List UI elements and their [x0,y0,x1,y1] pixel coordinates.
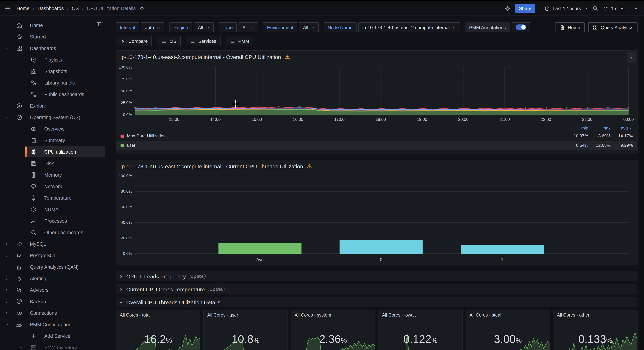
cpu-icon [30,148,37,155]
legend-sort-max[interactable]: max [588,126,610,130]
sidebar-item-cpu-utilization[interactable]: CPU utilization [0,146,108,158]
sidebar-collapse-button[interactable] [96,21,102,28]
sidebar-item-query-analytics-qan[interactable]: Query Analytics (QAN) [0,261,108,273]
row-cpu-threads-frequency[interactable]: CPU Threads Frequency (1 panel) [116,271,638,281]
sidebar-item-processes[interactable]: Processes [0,215,108,226]
sidebar-item-network[interactable]: Network [0,180,108,192]
sidebar-item-explore[interactable]: Explore [0,100,108,112]
chevron-down-icon [311,26,314,30]
os-button[interactable]: OS [157,36,181,46]
svg-text:0.0%: 0.0% [123,112,132,117]
divider [628,5,629,12]
sidebar-item-pmm-inventory[interactable]: PMM Inventory [0,342,108,350]
refresh-button[interactable]: 1m [603,6,624,11]
filter-node-name-value[interactable]: ip-10-178-1-40.us-east-2.compute.interna… [358,22,460,32]
dashboard-rows: CPU Threads Frequency (1 panel) Current … [116,271,638,307]
sidebar-item-label: Advisors [30,287,48,293]
sidebar-item-playlists[interactable]: Playlists [0,54,108,66]
sidebar-item-label: Network [44,184,62,189]
sidebar-item-postgresql[interactable]: PostgreSQL [0,250,108,261]
collapse-topbar-button[interactable] [633,6,639,11]
filter-environment-value[interactable]: All [299,22,318,32]
eye-icon [30,125,37,132]
pmm-button[interactable]: PMM [226,36,254,46]
filter-type-value[interactable]: All [238,22,258,32]
sidebar-item-snapshots[interactable]: Snapshots [0,66,108,77]
favorite-star-button[interactable] [139,6,145,11]
svg-text:25.0%: 25.0% [121,100,132,105]
breadcrumb-item-dashboards[interactable]: Dashboards [38,6,64,11]
legend-label[interactable]: Max Core Utilization [127,134,566,138]
svg-text:80.0%: 80.0% [121,189,132,194]
time-range-picker[interactable]: Last 12 hours [544,6,588,11]
breadcrumb-item-os[interactable]: OS [72,6,79,11]
sidebar-item-other-dashboards[interactable]: Other dashboards [0,226,108,238]
panel-header: ip-10-178-1-40.us-east-2.compute.interna… [116,51,637,63]
sidebar-item-summary[interactable]: Summary [0,134,108,146]
sidebar-item-pmm-configuration[interactable]: PMM Configuration [0,319,108,330]
share-button[interactable]: Share [515,4,535,13]
panel-title[interactable]: ip-10-178-1-40.us-east-2.compute.interna… [120,163,303,169]
services-button[interactable]: Services [186,36,221,46]
sidebar-item-label: Query Analytics (QAN) [30,264,79,270]
breadcrumb-item-cpu-utilization-details: CPU Utilization Details [87,6,136,11]
globe-icon [30,183,37,190]
legend-label[interactable]: user [127,143,566,148]
sidebar-item-backup[interactable]: Backup [0,296,108,307]
svg-text:60.0%: 60.0% [121,205,132,209]
server-icon [30,344,37,350]
chevron-down-icon [4,322,9,327]
chevron-right-icon [4,310,9,315]
sidebar-item-disk[interactable]: Disk [0,158,108,169]
star-icon [16,33,23,40]
hamburger-menu-button[interactable] [4,5,12,12]
sidebar-item-label: PostgreSQL [30,253,56,258]
filter-region-label: Region [170,22,192,32]
row-overall-cpu-threads-utilization-details[interactable]: Overall CPU Threads Utilization Details [116,297,638,307]
sidebar-item-operating-system-os[interactable]: Operating System (OS) [0,112,108,123]
sidebar-item-overview[interactable]: Overview [0,123,108,134]
stat-value: 10.8% [204,333,288,346]
home-link-button[interactable]: Home [555,22,584,32]
stat-title: All Cores - iowait [382,312,416,318]
sidebar-item-temperature[interactable]: Temperature [0,192,108,204]
filter-interval-value[interactable]: auto [141,22,164,32]
compare-button[interactable]: Compare [116,36,152,46]
sidebar-item-library-panels[interactable]: Library panels [0,77,108,88]
sidebar-item-connections[interactable]: Connections [0,307,108,319]
scrollbar-track[interactable] [640,16,644,350]
legend-sort-avg[interactable]: avg [610,126,633,130]
sidebar-item-mysql[interactable]: MySQL [0,238,108,250]
panel-menu-button[interactable] [627,52,636,62]
threads-bar-chart[interactable]: 0.0%20.0%40.0%60.0%80.0%100.0%Avg01 [116,172,637,265]
sidebar-item-label: CPU utilization [44,149,76,154]
pmm-annotations-toggle[interactable] [512,22,530,32]
sidebar-item-public-dashboards[interactable]: Public dashboards [0,88,108,100]
sidebar-item-alerting[interactable]: Alerting [0,273,108,284]
sidebar-item-starred[interactable]: Starred [0,31,108,42]
panel-title[interactable]: ip-10-178-1-40.us-east-2.compute.interna… [120,54,281,60]
legend-min-value: 10.37% [566,134,588,138]
panel-warning[interactable] [284,54,290,60]
dashboard-settings-button[interactable] [504,6,511,12]
panel-warning[interactable] [307,163,312,169]
stat-panel-all-cores-system: All Cores - system 2.36% [291,310,375,350]
row-current-cpu-cores-temperature[interactable]: Current CPU Cores Temperature (1 panel) [116,284,638,294]
stat-title: All Cores - system [295,312,331,318]
sidebar-item-numa[interactable]: NUMA [0,204,108,215]
chevron-down-icon [4,46,9,50]
sidebar-item-home[interactable]: Home [0,20,108,31]
toggle-switch[interactable] [516,24,526,30]
zoom-out-button[interactable] [592,6,598,12]
query-analytics-link-button[interactable]: Query Analytics [588,22,638,32]
sidebar-item-add-service[interactable]: Add Service [0,330,108,342]
sidebar-item-label: MySQL [30,241,46,246]
filter-region-value[interactable]: All [194,22,214,32]
breadcrumb-item-home[interactable]: Home [16,6,30,11]
overall-cpu-chart[interactable]: 0.0%25.0%50.0%75.0%100.0%13:0014:0015:00… [116,63,637,124]
chevron-right-icon [4,276,9,281]
sidebar-item-dashboards[interactable]: Dashboards [0,42,108,54]
sidebar-item-advisors[interactable]: Advisors [0,284,108,296]
sidebar-item-memory[interactable]: Memory [0,169,108,180]
legend-sort-min[interactable]: min [566,126,588,130]
